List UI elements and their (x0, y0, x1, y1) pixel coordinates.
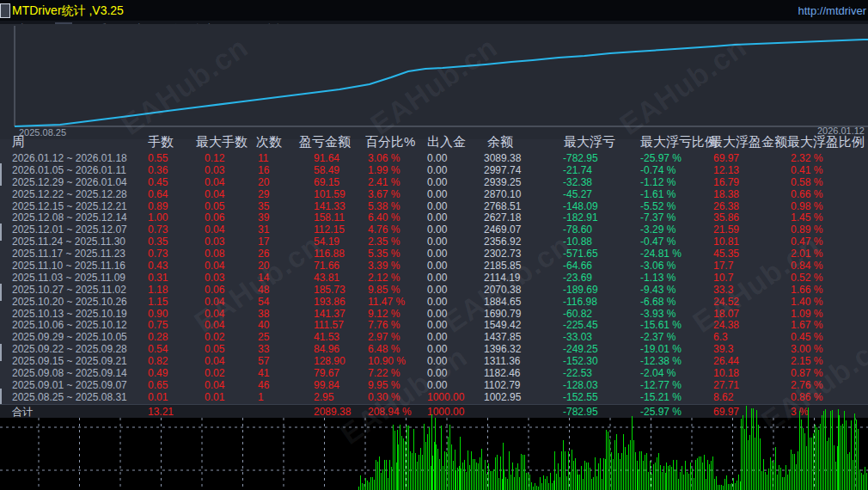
table-row[interactable]: 2025.11.24 ~ 2025.11.300.350.031754.192.… (0, 236, 868, 248)
volume-bar (866, 473, 867, 490)
table-row[interactable]: 2025.09.29 ~ 2025.10.050.280.022541.532.… (0, 332, 868, 344)
background-window-edge-icon (0, 3, 10, 18)
volume-bar (628, 444, 629, 490)
cell: 1182.46 (484, 368, 521, 380)
app-url-link[interactable]: http://mtdriver (798, 4, 866, 17)
cell: 40 (258, 320, 269, 332)
cell: -3.93 % (640, 309, 675, 321)
volume-bar (648, 472, 649, 490)
volume-bar (568, 451, 569, 490)
volume-bar (492, 471, 492, 490)
table-row[interactable]: 2025.09.01 ~ 2025.09.070.650.044699.849.… (0, 380, 868, 392)
cell: 5.35 % (368, 248, 400, 260)
cell: 46 (258, 380, 269, 392)
cell: 1 (258, 392, 264, 404)
cell: 0.52 % (791, 273, 822, 285)
cell: 2070.38 (484, 285, 521, 297)
volume-bar (669, 465, 670, 490)
equity-curve-chart[interactable]: 2025.08.25 2026.01.12 (0, 24, 868, 139)
volume-bar (621, 453, 622, 490)
table-total-row[interactable]: 合计13.212089.38208.94 %1000.00-782.95-25.… (0, 404, 868, 419)
volume-bar (823, 411, 824, 490)
volume-bar (662, 472, 663, 490)
table-row[interactable]: 2025.11.10 ~ 2025.11.160.430.042071.663.… (0, 260, 868, 273)
volume-bar (660, 465, 661, 490)
volume-histogram-chart[interactable] (0, 418, 868, 490)
volume-bar (514, 477, 515, 490)
table-row[interactable]: 2025.10.27 ~ 2025.11.021.180.0648185.739… (0, 285, 868, 297)
volume-bar (818, 430, 819, 490)
table-row[interactable]: 2025.10.06 ~ 2025.10.120.750.0440111.577… (0, 320, 868, 332)
volume-bar (583, 479, 584, 490)
cell: 0.54 (148, 344, 168, 356)
cell: 4.76 % (368, 224, 400, 236)
cell: 79.67 (314, 368, 339, 380)
cell: -7.37 % (640, 212, 675, 224)
cell: 141.33 (314, 201, 345, 213)
volume-bar (756, 410, 757, 490)
table-row[interactable]: 2025.09.22 ~ 2025.09.280.540.053384.966.… (0, 344, 868, 356)
volume-bar (435, 418, 436, 490)
table-row[interactable]: 2025.09.08 ~ 2025.09.140.490.024179.677.… (0, 368, 868, 380)
volume-bar (728, 484, 729, 490)
volume-bar (558, 463, 559, 490)
volume-bar (832, 410, 833, 490)
volume-bar (782, 477, 783, 490)
volume-bar (763, 459, 764, 490)
cell: 10.81 (713, 236, 739, 248)
cell: 0.00 (427, 380, 447, 392)
volume-bar (721, 485, 722, 490)
volume-bar (533, 487, 534, 490)
volume-bar (723, 486, 724, 490)
volume-bar (730, 484, 730, 490)
cell: 2870.10 (484, 189, 521, 201)
table-row[interactable]: 2025.12.01 ~ 2025.12.070.730.0431112.154… (0, 224, 868, 236)
table-row[interactable]: 2025.12.22 ~ 2025.12.280.640.0429101.593… (0, 189, 868, 201)
cell: 10.7 (713, 273, 733, 285)
table-row[interactable]: 2025.12.08 ~ 2025.12.141.000.0639158.116… (0, 212, 868, 224)
table-row[interactable]: 2025.12.15 ~ 2025.12.210.890.0535141.335… (0, 201, 868, 213)
cell: 2939.25 (484, 177, 521, 189)
cell: -10.88 (563, 236, 592, 248)
cell: 0.00 (427, 273, 447, 285)
table-row[interactable]: 2025.11.17 ~ 2025.11.230.730.0826116.885… (0, 248, 868, 260)
volume-bar (680, 472, 681, 490)
cell: -782.95 (563, 153, 598, 165)
cell: 6.48 % (368, 344, 400, 356)
cell: 2025.11.24 ~ 2025.11.30 (12, 236, 125, 248)
volume-bar (666, 462, 667, 490)
cell: 0.04 (205, 380, 224, 392)
volume-bar (685, 461, 686, 490)
cell: -1.61 % (640, 189, 675, 201)
table-row[interactable]: 2026.01.12 ~ 2026.01.180.550.121191.643.… (0, 153, 868, 165)
volume-bar (469, 465, 470, 490)
volume-bar (408, 426, 409, 490)
volume-bar (593, 477, 594, 490)
cell: 35 (258, 201, 269, 213)
volume-bar (457, 468, 458, 490)
table-row[interactable]: 2026.01.05 ~ 2026.01.110.360.031658.491.… (0, 165, 868, 177)
volume-bar (861, 473, 862, 490)
volume-bar (483, 469, 484, 490)
cell: 0.73 (148, 248, 168, 260)
cell: 58.49 (314, 165, 339, 177)
cell: 1884.65 (484, 297, 521, 309)
table-row[interactable]: 2025.11.03 ~ 2025.11.090.310.031443.812.… (0, 273, 868, 285)
table-row[interactable]: 2025.10.13 ~ 2025.10.190.900.0438141.379… (0, 309, 868, 321)
volume-bar (707, 460, 708, 490)
cell: 0.02 (205, 368, 224, 380)
volume-bar (388, 478, 388, 490)
cell: 21.59 (713, 224, 739, 236)
volume-bar (839, 415, 840, 490)
cell: 0.58 % (791, 177, 822, 189)
column-header-11: 最大浮盈金额 (710, 134, 787, 150)
table-row[interactable]: 2025.08.25 ~ 2025.08.310.010.0112.950.30… (0, 392, 868, 404)
volume-bar (548, 483, 549, 490)
table-row[interactable]: 2025.12.29 ~ 2026.01.040.450.042069.152.… (0, 177, 868, 189)
cell: -2.04 % (640, 368, 675, 380)
volume-bar (611, 452, 612, 490)
total-cell: -25.97 % (640, 406, 682, 418)
table-row[interactable]: 2025.09.15 ~ 2025.09.210.820.0457128.901… (0, 356, 868, 368)
volume-bar (602, 479, 602, 490)
table-row[interactable]: 2025.10.20 ~ 2025.10.261.150.0454193.861… (0, 297, 868, 309)
